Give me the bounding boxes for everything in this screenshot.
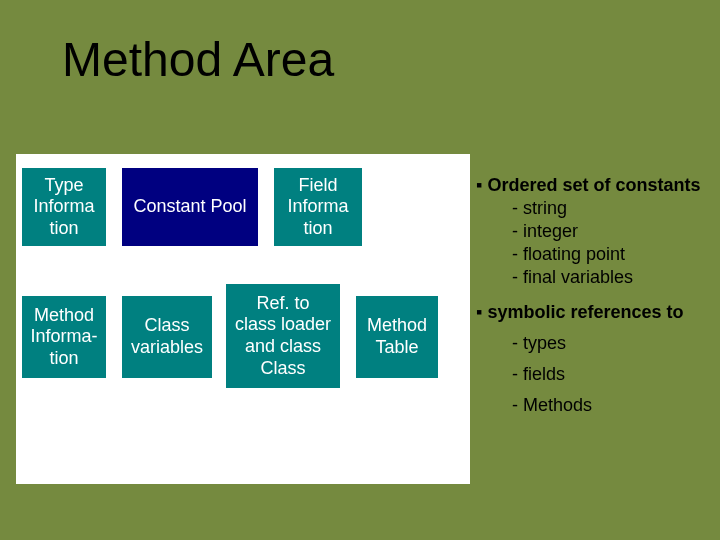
bullet-1: ▪ Ordered set of constants (476, 174, 712, 197)
bullet-2-item: - fields (512, 363, 712, 386)
bullet-2: ▪ symbolic references to (476, 301, 712, 324)
bullet-1-item: - floating point (512, 243, 712, 266)
bullet-2-heading: symbolic references to (487, 302, 683, 322)
box-type-info: Type Informa tion (22, 168, 106, 246)
box-constant-pool: Constant Pool (122, 168, 258, 246)
bullet-1-heading: Ordered set of constants (487, 175, 700, 195)
right-notes: ▪ Ordered set of constants - string - in… (476, 174, 712, 417)
box-ref-classloader: Ref. to class loader and class Class (226, 284, 340, 388)
box-class-variables: Class variables (122, 296, 212, 378)
bullet-2-item: - types (512, 332, 712, 355)
bullet-1-item: - integer (512, 220, 712, 243)
method-area-diagram: Type Informa tion Constant Pool Field In… (16, 154, 470, 484)
box-field-info: Field Informa tion (274, 168, 362, 246)
bullet-1-item: - string (512, 197, 712, 220)
bullet-2-item: - Methods (512, 394, 712, 417)
box-method-info: Method Informa- tion (22, 296, 106, 378)
bullet-1-item: - final variables (512, 266, 712, 289)
page-title: Method Area (62, 32, 334, 87)
box-method-table: Method Table (356, 296, 438, 378)
bullet-icon: ▪ (476, 302, 487, 322)
bullet-icon: ▪ (476, 175, 487, 195)
